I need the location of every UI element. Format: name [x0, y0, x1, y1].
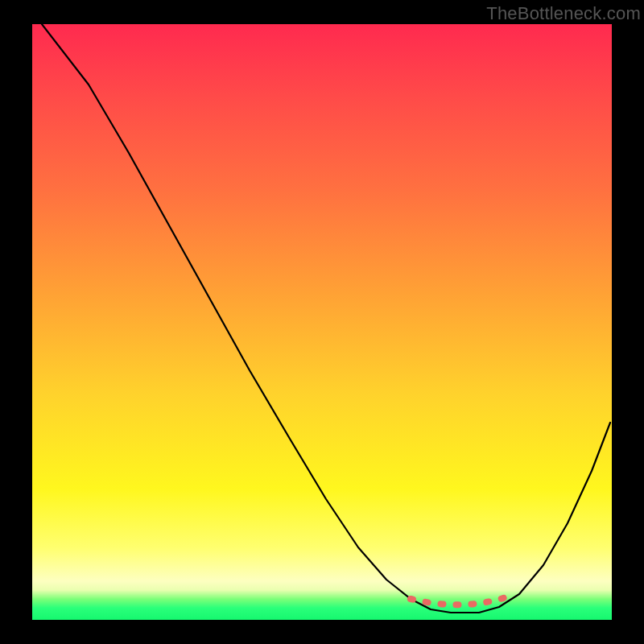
curve-layer — [32, 24, 612, 620]
chart-container: TheBottleneck.com — [0, 0, 644, 644]
valley-dashed-segment — [411, 594, 515, 605]
attribution-label: TheBottleneck.com — [486, 3, 641, 24]
bottleneck-curve — [42, 24, 610, 613]
plot-area — [32, 24, 612, 620]
